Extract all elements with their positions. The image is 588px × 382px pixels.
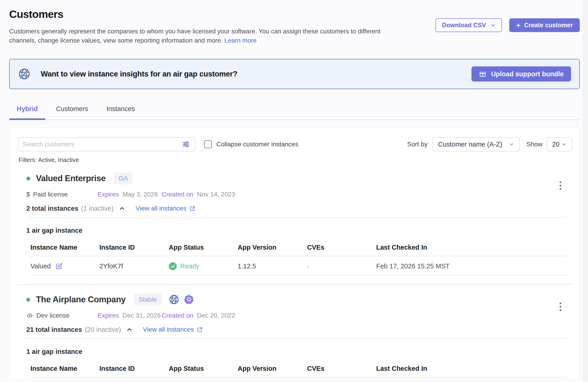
customers-card: Collapse customer instances Sort by Cust… [9, 127, 580, 377]
banner-title: Want to view instance insights for an ai… [41, 70, 237, 78]
collapse-chevron-icon[interactable] [126, 326, 133, 333]
divider [26, 217, 566, 218]
sort-select[interactable]: Customer name (A-Z) [433, 137, 520, 151]
created-date: Nov 14, 2023 [197, 191, 235, 198]
instance-name: Valued [30, 262, 51, 270]
instance-table-header: Instance Name Instance ID App Status App… [30, 365, 567, 377]
airgap-instances-heading: 1 air gap instance [26, 227, 572, 235]
customer-menu-button[interactable] [558, 180, 563, 191]
chevron-down-icon [490, 23, 496, 28]
filters-summary: Filters: Active, Inactive [19, 156, 572, 164]
customer-name[interactable]: The Airplane Company [36, 295, 126, 304]
column-instance-name: Instance Name [30, 365, 99, 372]
code-icon [26, 312, 33, 319]
customer-block-valued-enterprise: Valued Enterprise GA $ Paid license Expi… [18, 173, 572, 276]
view-tabs: Hybrid Customers Instances [9, 105, 580, 120]
tab-customers[interactable]: Customers [48, 105, 96, 120]
instances-summary-row: 21 total instances (20 inactive) View al… [26, 325, 572, 334]
show-select[interactable]: 20 [546, 137, 572, 151]
chevron-down-icon [509, 142, 514, 147]
customers-toolbar: Collapse customer instances Sort by Cust… [18, 137, 572, 151]
filter-sliders-icon[interactable] [182, 140, 190, 149]
column-instance-id: Instance ID [99, 244, 169, 251]
expires-label: Expires [98, 312, 119, 319]
customer-menu-button[interactable] [558, 301, 563, 312]
divider [18, 284, 572, 285]
page-description-line2: channels, change license values, view so… [9, 37, 223, 44]
created-info: Created on Nov 14, 2023 [162, 191, 235, 198]
active-status-dot [26, 177, 30, 180]
airgap-insights-banner: Want to view instance insights for an ai… [9, 59, 580, 89]
customer-block-airplane-company: The Airplane Company Stable [18, 294, 572, 377]
customers-page: Customers Customers generally represent … [9, 0, 580, 377]
expires-date: Dec 31, 2026 [123, 312, 161, 319]
cves-cell: - [307, 262, 376, 270]
kubernetes-icon [184, 294, 194, 305]
column-app-version: App Version [238, 365, 307, 372]
customer-meta-row: Dev license Expires Dec 31, 2026 Created… [26, 312, 572, 319]
external-link-icon [189, 205, 195, 212]
expires-info: Expires May 3, 2026 [98, 191, 162, 198]
divider [26, 338, 566, 339]
external-link-icon [197, 327, 203, 333]
inactive-instances-count: (1 inactive) [81, 205, 114, 212]
tab-hybrid[interactable]: Hybrid [9, 105, 45, 120]
airgap-globe-icon [18, 67, 31, 80]
instance-row: Valued 2YfoK7f Ready [30, 256, 567, 276]
created-on-label: Created on [162, 312, 193, 319]
sort-by-label: Sort by [407, 141, 427, 148]
customer-name[interactable]: Valued Enterprise [36, 174, 105, 183]
created-info: Created on Dec 20, 2022 [162, 312, 235, 319]
column-instance-id: Instance ID [99, 365, 169, 372]
show-select-value: 20 [552, 141, 559, 148]
create-customer-button[interactable]: + Create customer [509, 18, 580, 32]
download-csv-button[interactable]: Download CSV [436, 18, 502, 32]
chevron-down-icon [562, 142, 567, 147]
page-description-line1: Customers generally represent the compan… [9, 28, 380, 35]
last-checked-in-cell: Feb 17, 2026 15:25 MST [376, 262, 567, 270]
learn-more-link[interactable]: Learn more [224, 37, 257, 44]
airgap-instances-heading: 1 air gap instance [26, 348, 572, 356]
dollar-icon: $ [26, 191, 30, 198]
instances-summary-row: 2 total instances (1 inactive) View all … [26, 204, 572, 212]
license-type-label: Dev license [36, 312, 70, 319]
instance-table: Instance Name Instance ID App Status App… [30, 365, 567, 377]
total-instances-count: 2 total instances [26, 205, 78, 212]
channel-badge: GA [114, 172, 133, 184]
column-app-status: App Status [169, 244, 238, 251]
app-version-cell: 1.12.5 [238, 262, 307, 270]
app-status-text: Ready [180, 262, 199, 270]
view-all-instances-link[interactable]: View all instances [143, 326, 203, 333]
inactive-instances-count: (20 inactive) [85, 326, 121, 334]
header-actions: Download CSV + Create customer [436, 18, 580, 32]
collapse-instances-label: Collapse customer instances [216, 141, 298, 148]
upload-support-bundle-button[interactable]: Upload support bundle [471, 66, 571, 82]
tab-instances[interactable]: Instances [99, 105, 142, 120]
column-cves: CVEs [307, 365, 376, 372]
expires-info: Expires Dec 31, 2026 [98, 312, 162, 319]
view-all-instances-link[interactable]: View all instances [136, 205, 195, 212]
license-type: $ Paid license [26, 191, 98, 198]
search-input[interactable] [23, 141, 182, 148]
upload-support-bundle-label: Upload support bundle [491, 70, 564, 78]
column-app-version: App Version [238, 244, 307, 251]
view-all-instances-label: View all instances [143, 326, 194, 333]
edit-icon[interactable] [55, 262, 63, 270]
column-last-checked-in: Last Checked In [376, 244, 567, 251]
check-circle-icon [169, 262, 177, 270]
airgap-globe-icon [168, 294, 180, 305]
sort-controls: Sort by Customer name (A-Z) Show 20 [407, 137, 572, 151]
customer-header: The Airplane Company Stable [26, 294, 572, 305]
customer-header: Valued Enterprise GA [26, 173, 572, 184]
created-date: Dec 20, 2022 [197, 312, 235, 319]
create-customer-label: Create customer [524, 22, 573, 29]
collapse-chevron-icon[interactable] [119, 205, 126, 212]
show-label: Show [526, 141, 543, 148]
total-instances-count: 21 total instances [26, 326, 82, 334]
column-cves: CVEs [307, 244, 376, 251]
search-box [18, 137, 195, 151]
collapse-instances-checkbox[interactable] [204, 140, 212, 148]
active-status-dot [26, 298, 30, 302]
instance-table-header: Instance Name Instance ID App Status App… [30, 244, 567, 256]
channel-badge: Stable [134, 294, 162, 305]
